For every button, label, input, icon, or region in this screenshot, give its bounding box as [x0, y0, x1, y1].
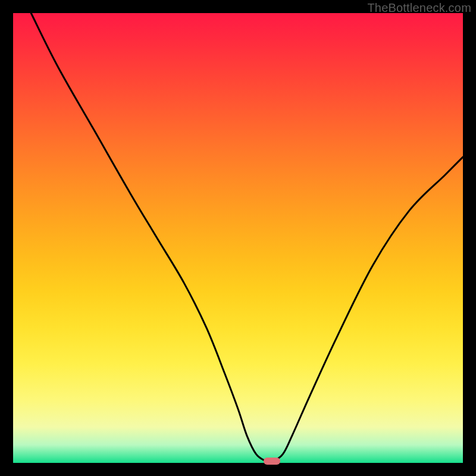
optimal-marker — [264, 458, 280, 465]
bottleneck-curve — [13, 13, 463, 463]
watermark-text: TheBottleneck.com — [367, 1, 471, 15]
chart-frame: TheBottleneck.com — [0, 0, 476, 476]
plot-area — [13, 13, 463, 463]
